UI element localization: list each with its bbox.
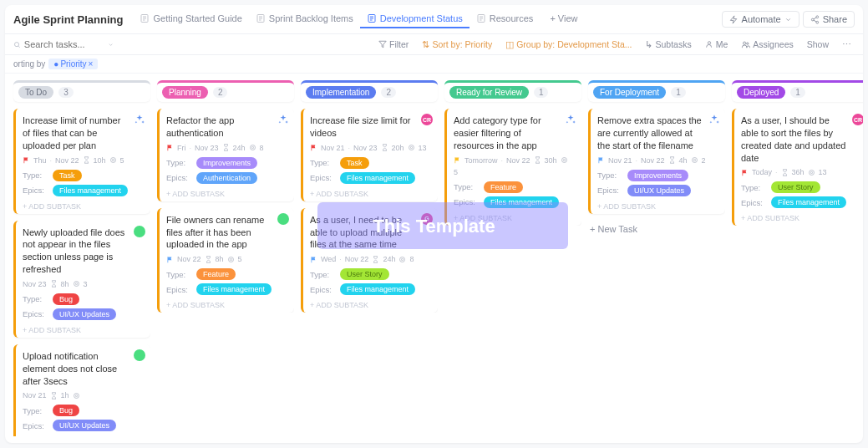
epic-chip: Files management <box>53 185 128 196</box>
add-subtask-button[interactable]: + ADD SUBTASK <box>23 435 144 436</box>
column-header[interactable]: For Deployment1 <box>588 80 725 102</box>
type-row: Type:Improvements <box>166 157 287 169</box>
task-card[interactable]: Increase limit of number of files that c… <box>13 109 150 214</box>
tab-0[interactable]: Getting Started Guide <box>133 10 248 28</box>
epic-chip: Files management <box>196 283 272 295</box>
doc-icon <box>476 13 486 23</box>
add-subtask-button[interactable]: + ADD SUBTASK <box>23 323 144 334</box>
share-button[interactable]: Share <box>803 11 855 28</box>
type-chip: Task <box>53 170 82 181</box>
hourglass-icon <box>205 256 212 263</box>
assignees-button[interactable]: Assignees <box>738 38 796 51</box>
sort-button[interactable]: ⇅Sort by: Priority <box>419 38 495 51</box>
type-chip: Task <box>340 157 369 169</box>
task-card[interactable]: CRAs a user, I should be able to sort th… <box>732 109 863 226</box>
epic-row: Epics:Authentication <box>166 172 287 184</box>
task-card[interactable]: Upload notification element does not clo… <box>13 344 150 436</box>
share-icon <box>810 15 820 24</box>
epic-row: Epics:Files management <box>454 196 575 208</box>
search-input-wrap[interactable] <box>13 39 114 49</box>
circle-icon <box>249 144 256 151</box>
sparkle-icon <box>134 114 145 125</box>
flag-icon <box>166 144 174 151</box>
card-meta: Nov 211h <box>23 391 144 400</box>
add-view-button[interactable]: + View <box>543 10 584 28</box>
add-subtask-button[interactable]: + ADD SUBTASK <box>597 200 718 211</box>
epic-row: Epics:Files management <box>23 185 144 196</box>
chevron-down-icon <box>108 41 114 48</box>
circle-icon <box>408 144 415 151</box>
show-button[interactable]: Show <box>804 38 832 51</box>
type-row: Type:User Story <box>310 268 431 280</box>
card-title: Upload notification element does not clo… <box>23 350 144 388</box>
new-task-button[interactable]: + New Task <box>588 221 725 237</box>
task-card[interactable]: GAs a user, I need to be able to upload … <box>301 208 438 313</box>
add-subtask-button[interactable]: + ADD SUBTASK <box>454 211 575 222</box>
column-header[interactable]: Implementation2 <box>301 80 438 102</box>
task-card[interactable]: File owners can rename files after it ha… <box>157 208 294 313</box>
column-header[interactable]: Ready for Review1 <box>444 80 581 102</box>
group-button[interactable]: ◫Group by: Development Sta... <box>502 38 635 51</box>
add-subtask-button[interactable]: + ADD SUBTASK <box>310 298 431 309</box>
circle-icon <box>691 156 698 164</box>
add-subtask-button[interactable]: + ADD SUBTASK <box>166 187 287 198</box>
doc-icon <box>367 13 377 23</box>
doc-icon <box>256 13 266 23</box>
tab-1[interactable]: Sprint Backlog Items <box>249 10 360 28</box>
page-title: Agile Sprint Planning <box>13 13 123 26</box>
type-chip: Feature <box>196 268 236 280</box>
add-subtask-button[interactable]: + ADD SUBTASK <box>166 298 287 309</box>
person-icon <box>705 40 713 48</box>
epic-chip: Files management <box>340 172 415 184</box>
card-meta: Fri·Nov 2324h8 <box>166 144 287 152</box>
svg-point-23 <box>400 257 405 262</box>
svg-point-24 <box>402 258 404 260</box>
subtasks-button[interactable]: ↳Subtasks <box>642 38 694 51</box>
filter-button[interactable]: Filter <box>375 38 412 51</box>
add-subtask-button[interactable]: + ADD SUBTASK <box>741 211 862 222</box>
hourglass-icon <box>781 169 789 176</box>
card-meta: Nov 228h5 <box>166 255 287 263</box>
add-subtask-button[interactable]: + ADD SUBTASK <box>23 200 144 211</box>
add-subtask-button[interactable]: + ADD SUBTASK <box>310 187 431 198</box>
flag-icon <box>310 144 317 151</box>
task-card[interactable]: Refactor the app authenticationFri·Nov 2… <box>157 109 294 201</box>
type-row: Type:Improvements <box>597 170 718 181</box>
column-count: 1 <box>534 87 549 98</box>
sparkle-icon <box>708 114 720 125</box>
task-card[interactable]: CRIncrease file size limit for videosNov… <box>301 109 438 201</box>
svg-point-21 <box>409 145 414 150</box>
circle-icon <box>561 156 568 164</box>
me-button[interactable]: Me <box>702 38 732 51</box>
search-input[interactable] <box>24 39 104 49</box>
task-card[interactable]: Add category type for easier filtering o… <box>444 109 581 226</box>
svg-point-5 <box>811 18 814 21</box>
svg-point-14 <box>75 283 77 285</box>
more-button[interactable]: ⋯ <box>839 38 855 51</box>
epic-row: Epics:Files management <box>741 196 862 208</box>
tab-2[interactable]: Development Status <box>360 10 470 28</box>
task-card[interactable]: Newly uploaded file does not appear in t… <box>13 221 150 338</box>
sort-bar: orting by ● Priority × <box>5 55 863 74</box>
svg-point-10 <box>747 42 749 43</box>
column-header[interactable]: Deployed1 <box>732 80 863 102</box>
column-header[interactable]: To Do3 <box>13 80 150 102</box>
column-header[interactable]: Planning2 <box>157 80 294 102</box>
avatar-icon <box>134 226 145 237</box>
column-count: 3 <box>58 87 74 98</box>
circle-icon <box>73 392 80 400</box>
sort-chip[interactable]: ● Priority × <box>48 59 98 69</box>
circle-icon <box>109 156 117 164</box>
flag-icon <box>597 156 605 164</box>
flag-icon <box>166 256 174 263</box>
task-card[interactable]: Remove extra spaces the are currently al… <box>588 109 725 214</box>
card-title: As a user, I need to be able to upload m… <box>310 214 431 252</box>
type-row: Type:Bug <box>23 293 144 305</box>
automate-button[interactable]: Automate <box>722 11 799 28</box>
type-row: Type:User Story <box>741 181 862 193</box>
svg-point-13 <box>74 282 79 287</box>
svg-point-28 <box>693 159 695 160</box>
column-count: 1 <box>671 87 686 98</box>
card-title: File owners can rename files after it ha… <box>166 214 287 252</box>
tab-3[interactable]: Resources <box>470 10 541 28</box>
